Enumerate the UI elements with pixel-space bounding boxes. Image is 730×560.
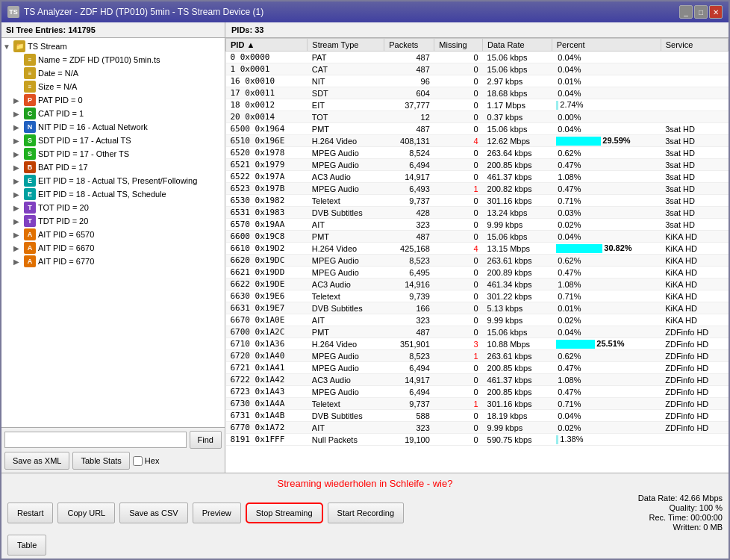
table-row[interactable]: 6621 0x19DDMPEG Audio6,4950200.89 kbps0.… [226, 267, 729, 279]
table-row[interactable]: 6521 0x1979MPEG Audio6,4940200.85 kbps0.… [226, 159, 729, 171]
tree-node-icon: N [24, 121, 36, 133]
tree-area[interactable]: ▼📁TS Stream ≡Name = ZDF HD (TP010) 5min.… [1, 38, 225, 427]
title-buttons: _ □ ✕ [679, 5, 723, 19]
col-packets[interactable]: Packets [384, 39, 434, 52]
tree-expand-icon[interactable]: ▶ [13, 150, 24, 158]
stop-streaming-button[interactable]: Stop Streaming [246, 503, 323, 523]
tree-item[interactable]: ▶AAIT PID = 6670 [1, 241, 225, 255]
tree-expand-icon[interactable]: ▶ [13, 204, 24, 212]
table-row[interactable]: 6730 0x1A4ATeletext9,7371301.16 kbps0.71… [226, 398, 729, 410]
table-area[interactable]: PID ▲ Stream Type Packets Missing Data R… [225, 38, 729, 473]
find-input[interactable] [4, 432, 187, 448]
table-row[interactable]: 17 0x0011SDT604018.68 kbps0.04% [226, 87, 729, 99]
tree-expand-icon[interactable]: ▶ [13, 164, 24, 172]
table-row[interactable]: 6630 0x19E6Teletext9,7390301.22 kbps0.71… [226, 290, 729, 302]
tree-expand-icon[interactable]: ▶ [13, 190, 24, 199]
table-row[interactable]: 6620 0x19DCMPEG Audio8,5230263.61 kbps0.… [226, 255, 729, 267]
tree-expand-icon[interactable]: ▶ [13, 244, 24, 252]
table-row[interactable]: 6670 0x1A0EAIT32309.99 kbps0.02%KiKA HD [226, 314, 729, 326]
tree-item[interactable]: ▶EEIT PID = 18 - Actual TS, Present/Foll… [1, 174, 225, 187]
tree-expand-icon[interactable]: ▼ [3, 43, 13, 51]
tree-item[interactable]: ▶AAIT PID = 6770 [1, 255, 225, 268]
table-row[interactable]: 6600 0x19C8PMT487015.06 kbps0.04%KiKA HD [226, 231, 729, 243]
table-row[interactable]: 6570 0x19AAAIT32309.99 kbps0.02%3sat HD [226, 219, 729, 231]
tree-item[interactable]: ▶SSDT PID = 17 - Other TS [1, 147, 225, 161]
table-row[interactable]: 6721 0x1A41MPEG Audio6,4940200.85 kbps0.… [226, 362, 729, 374]
tree-item[interactable]: ▼📁TS Stream [1, 40, 225, 53]
tree-item[interactable]: ▶EEIT PID = 18 - Actual TS, Schedule [1, 187, 225, 201]
cell-data-rate: 461.34 kbps [483, 279, 552, 290]
tree-expand-icon[interactable]: ▶ [13, 177, 24, 185]
table-row[interactable]: 6522 0x197AAC3 Audio14,9170461.37 kbps1.… [226, 171, 729, 183]
preview-button[interactable]: Preview [193, 503, 241, 523]
tree-expand-icon[interactable]: ▶ [13, 137, 24, 145]
cell-missing: 0 [434, 219, 483, 231]
tree-item[interactable]: ▶CCAT PID = 1 [1, 107, 225, 120]
table-row[interactable]: 6700 0x1A2CPMT487015.06 kbps0.04%ZDFinfo… [226, 326, 729, 338]
tree-item[interactable]: ▶PPAT PID = 0 [1, 93, 225, 107]
table-row[interactable]: 6720 0x1A40MPEG Audio8,5231263.61 kbps0.… [226, 350, 729, 362]
restart-button[interactable]: Restart [7, 503, 53, 523]
col-data-rate[interactable]: Data Rate [483, 39, 552, 52]
table-row[interactable]: 6622 0x19DEAC3 Audio14,9160461.34 kbps1.… [226, 279, 729, 290]
save-xml-button[interactable]: Save as XML [4, 452, 69, 470]
cell-missing: 0 [434, 410, 483, 422]
tree-item[interactable]: ▶SSDT PID = 17 - Actual TS [1, 134, 225, 147]
table-row[interactable]: 0 0x0000PAT487015.06 kbps0.04% [226, 52, 729, 63]
table-row[interactable]: 6722 0x1A42AC3 Audio14,9170461.37 kbps1.… [226, 374, 729, 386]
hex-checkbox[interactable] [133, 456, 143, 466]
start-recording-button[interactable]: Start Recording [328, 503, 404, 523]
cell-data-rate: 9.99 kbps [483, 219, 552, 231]
tree-expand-icon[interactable]: ▶ [13, 258, 24, 266]
table-row[interactable]: 20 0x0014TOT1200.37 kbps0.00% [226, 111, 729, 123]
table-row[interactable]: 8191 0x1FFFNull Packets19,1000590.75 kbp… [226, 434, 729, 446]
tree-item[interactable]: ▶TTOT PID = 20 [1, 201, 225, 214]
find-button[interactable]: Find [190, 431, 222, 449]
tree-item[interactable]: ▶NNIT PID = 16 - Actual Network [1, 120, 225, 134]
si-tree-header: SI Tree Entries: 141795 [1, 22, 225, 38]
tree-item[interactable]: ▶BBAT PID = 17 [1, 161, 225, 174]
table-row[interactable]: 6520 0x1978MPEG Audio8,5240263.64 kbps0.… [226, 147, 729, 159]
table-row[interactable]: 16 0x0010NIT9602.97 kbps0.01% [226, 75, 729, 87]
table-row[interactable]: 6531 0x1983DVB Subtitles428013.24 kbps0.… [226, 207, 729, 219]
col-percent[interactable]: Percent [552, 39, 661, 52]
maximize-button[interactable]: □ [694, 5, 708, 19]
table-row[interactable]: 6523 0x197BMPEG Audio6,4931200.82 kbps0.… [226, 183, 729, 195]
table-row[interactable]: 6770 0x1A72AIT32309.99 kbps0.02%ZDFinfo … [226, 422, 729, 434]
tree-expand-icon[interactable]: ▶ [13, 217, 24, 225]
minimize-button[interactable]: _ [679, 5, 693, 19]
table-button[interactable]: Table [7, 535, 46, 556]
copy-url-button[interactable]: Copy URL [57, 503, 115, 523]
tree-expand-icon[interactable]: ▶ [13, 110, 24, 118]
cell-data-rate: 9.99 kbps [483, 422, 552, 434]
tree-item[interactable]: ▶TTDT PID = 20 [1, 214, 225, 228]
tree-item[interactable]: ▶AAIT PID = 6570 [1, 228, 225, 241]
table-row[interactable]: 18 0x0012EIT37,77701.17 Mbps2.74% [226, 99, 729, 111]
col-missing[interactable]: Missing [434, 39, 483, 52]
col-service[interactable]: Service [661, 39, 728, 52]
table-row[interactable]: 6731 0x1A4BDVB Subtitles588018.19 kbps0.… [226, 410, 729, 422]
table-stats-button[interactable]: Table Stats [72, 452, 129, 470]
cell-percent: 1.08% [552, 279, 661, 290]
tree-item[interactable]: ≡Name = ZDF HD (TP010) 5min.ts [1, 53, 225, 66]
main-content: SI Tree Entries: 141795 ▼📁TS Stream ≡Nam… [1, 22, 729, 473]
tree-expand-icon[interactable]: ▶ [13, 96, 24, 105]
table-row[interactable]: 1 0x0001CAT487015.06 kbps0.04% [226, 63, 729, 75]
table-row[interactable]: 6710 0x1A36H.264 Video351,901310.88 Mbps… [226, 338, 729, 350]
table-row[interactable]: 6631 0x19E7DVB Subtitles16605.13 kbps0.0… [226, 302, 729, 314]
table-row[interactable]: 6530 0x1982Teletext9,7370301.16 kbps0.71… [226, 195, 729, 207]
tree-item[interactable]: ≡Size = N/A [1, 80, 225, 93]
table-row[interactable]: 6610 0x19D2H.264 Video425,168413.15 Mbps… [226, 243, 729, 255]
col-stream-type[interactable]: Stream Type [308, 39, 384, 52]
save-csv-button[interactable]: Save as CSV [119, 503, 187, 523]
col-pid[interactable]: PID ▲ [226, 39, 308, 52]
table-row[interactable]: 6510 0x196EH.264 Video408,131412.62 Mbps… [226, 135, 729, 147]
tree-expand-icon[interactable]: ▶ [13, 123, 24, 131]
close-button[interactable]: ✕ [709, 5, 723, 19]
table-row[interactable]: 6500 0x1964PMT487015.06 kbps0.04%3sat HD [226, 123, 729, 135]
tree-expand-icon[interactable]: ▶ [13, 231, 24, 239]
tree-item[interactable]: ≡Date = N/A [1, 66, 225, 80]
table-row[interactable]: 6723 0x1A43MPEG Audio6,4940200.85 kbps0.… [226, 386, 729, 398]
cell-packets: 323 [384, 422, 434, 434]
hex-checkbox-label[interactable]: Hex [133, 456, 160, 466]
